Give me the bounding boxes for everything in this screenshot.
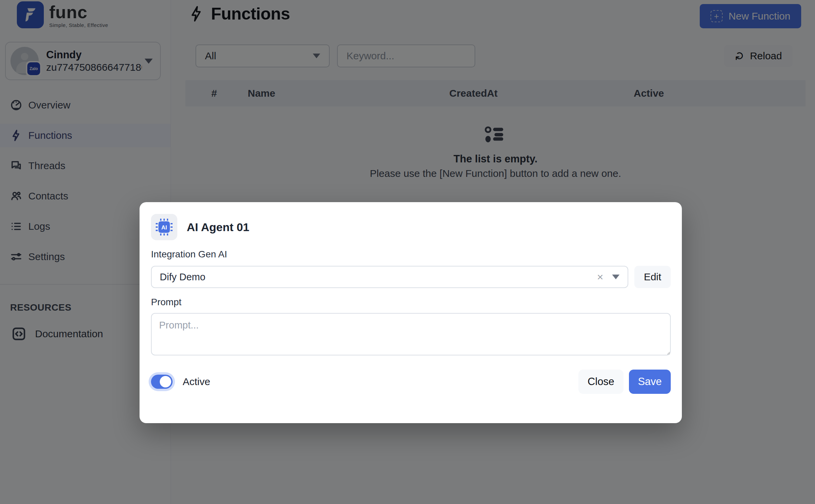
active-toggle[interactable] [151,375,173,389]
app-root: func Simple, Stable, Effective Zalo Cinn… [0,0,815,504]
toggle-knob [160,376,171,387]
close-button[interactable]: Close [578,370,624,394]
ai-agent-modal: AI AI Agent 01 Integration Gen AI Dify D… [140,202,682,423]
prompt-label: Prompt [151,297,671,308]
edit-button[interactable]: Edit [634,266,671,288]
save-button[interactable]: Save [629,370,671,394]
integration-label: Integration Gen AI [151,249,671,260]
modal-header: AI AI Agent 01 [151,214,671,240]
clear-icon[interactable]: × [597,272,603,282]
active-label: Active [183,376,210,387]
ai-chip-icon: AI [151,214,177,240]
integration-row: Dify Demo × Edit [151,266,671,288]
chevron-down-icon[interactable] [612,275,620,279]
prompt-textarea[interactable] [151,313,671,355]
modal-footer: Active Close Save [151,370,671,394]
ai-chip-text: AI [161,224,167,231]
integration-value: Dify Demo [160,272,597,283]
integration-select[interactable]: Dify Demo × [151,266,628,288]
modal-title: AI Agent 01 [187,221,249,234]
